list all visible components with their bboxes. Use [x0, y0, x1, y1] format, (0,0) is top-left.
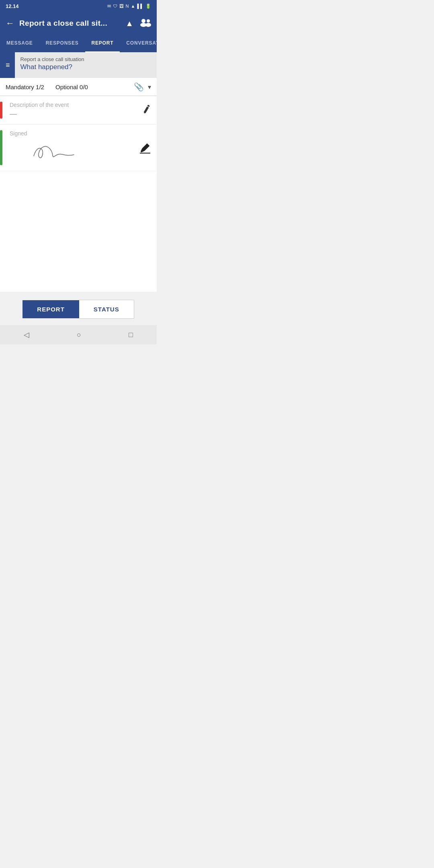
bottom-buttons: REPORT STATUS	[0, 292, 157, 325]
nfc-status-icon: N	[126, 4, 129, 8]
field-summary: Mandatory 1/2 Optional 0/0 📎 ▾	[0, 78, 157, 96]
pencil-icon	[141, 103, 154, 117]
signature-area	[10, 138, 130, 165]
form-header-content: Report a close call situation What happe…	[15, 52, 157, 78]
app-bar: ← Report a close call sit... ▲	[0, 12, 157, 35]
signed-label: Signed	[10, 130, 130, 137]
group-icon[interactable]	[140, 18, 151, 29]
svg-point-0	[141, 19, 145, 23]
tab-report[interactable]: REPORT	[85, 35, 120, 52]
description-field: Description of the event —	[0, 96, 157, 125]
description-indicator	[0, 102, 2, 119]
description-underline: —	[10, 110, 16, 118]
navigate-icon[interactable]: ▲	[125, 19, 133, 28]
tab-message[interactable]: MESSAGE	[0, 35, 39, 52]
signature-image	[10, 141, 98, 163]
report-button[interactable]: REPORT	[23, 300, 79, 318]
tab-responses[interactable]: RESPONSES	[39, 35, 85, 52]
mandatory-count: Mandatory 1/2	[6, 84, 44, 90]
app-bar-actions: ▲	[125, 18, 151, 29]
nav-back-button[interactable]: ◁	[24, 330, 29, 339]
form-header-title: What happened?	[20, 63, 151, 71]
status-time: 12.14	[6, 3, 19, 9]
form-header-subtitle: Report a close call situation	[20, 56, 151, 62]
description-edit-action[interactable]	[137, 102, 157, 119]
field-summary-icons: 📎 ▾	[134, 82, 151, 92]
shield-status-icon: 🛡	[113, 4, 117, 8]
description-value: —	[10, 110, 134, 119]
empty-content-area	[0, 171, 157, 292]
form-content: Mandatory 1/2 Optional 0/0 📎 ▾ Descripti…	[0, 78, 157, 292]
attachment-icon[interactable]: 📎	[134, 82, 144, 92]
field-summary-text: Mandatory 1/2 Optional 0/0	[6, 84, 134, 90]
battery-status-icon: 🔋	[145, 4, 151, 9]
signed-indicator	[0, 130, 2, 165]
description-label: Description of the event	[10, 102, 134, 108]
optional-count: Optional 0/0	[55, 84, 88, 90]
status-icons: ✉ 🛡 🖼 N ▲ ▌▌ 🔋	[107, 4, 151, 9]
tab-bar: MESSAGE RESPONSES REPORT CONVERSATION M…	[0, 35, 157, 52]
wifi-status-icon: ▲	[131, 4, 135, 8]
sign-action[interactable]	[133, 130, 157, 165]
app-bar-title: Report a close call sit...	[19, 19, 121, 28]
status-button[interactable]: STATUS	[79, 300, 134, 319]
signed-field: Signed	[0, 125, 157, 171]
svg-point-1	[147, 19, 150, 23]
photo-status-icon: 🖼	[119, 4, 124, 8]
msg-status-icon: ✉	[107, 4, 111, 9]
form-header: ≡ Report a close call situation What hap…	[0, 52, 157, 78]
sign-icon	[138, 141, 152, 155]
chevron-down-icon[interactable]: ▾	[148, 83, 151, 91]
back-button[interactable]: ←	[6, 18, 14, 29]
nav-bar: ◁ ○ □	[0, 325, 157, 344]
signed-field-body: Signed	[6, 130, 133, 165]
signal-status-icon: ▌▌	[137, 4, 143, 8]
menu-button[interactable]: ≡	[0, 52, 15, 78]
svg-point-3	[145, 23, 151, 27]
nav-recent-button[interactable]: □	[129, 331, 133, 339]
nav-home-button[interactable]: ○	[77, 331, 81, 339]
hamburger-icon: ≡	[6, 61, 9, 70]
tab-conversation[interactable]: CONVERSATION	[120, 35, 157, 52]
status-bar: 12.14 ✉ 🛡 🖼 N ▲ ▌▌ 🔋	[0, 0, 157, 12]
description-field-body: Description of the event —	[6, 102, 137, 119]
